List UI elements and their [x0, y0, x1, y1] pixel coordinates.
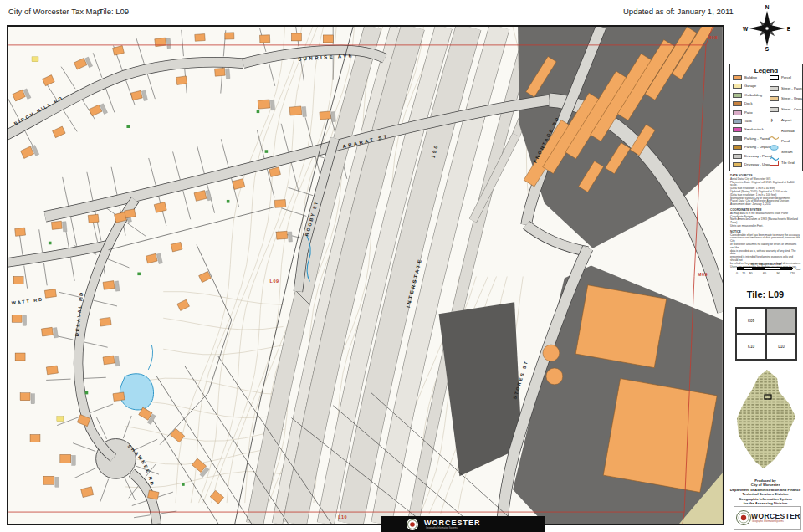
credits: Produced byCity of WorcesterDepartment o…	[728, 478, 803, 505]
worcester-seal-icon	[735, 509, 752, 527]
legend-item: ✈Airport	[770, 118, 803, 125]
tile-index-grid: K09 K10 L10	[735, 307, 797, 361]
tile-cell-k09[interactable]: K09	[736, 308, 766, 334]
legend-item: Smokestack	[733, 127, 768, 134]
scale-caption: 1 inch equals 60 feet	[737, 262, 792, 266]
tile-label-l10: L10	[338, 514, 347, 519]
scale-tick: 120	[790, 272, 795, 275]
tile-cell-k10[interactable]: K10	[736, 334, 766, 360]
svg-text:W: W	[743, 26, 749, 32]
pond	[120, 374, 153, 410]
legend-item: Tile Grid	[770, 161, 803, 167]
legend-item: Garage	[733, 84, 768, 90]
tile-cell-l10[interactable]: L10	[766, 334, 796, 360]
tile-indicator: Tile: L09	[99, 7, 129, 16]
worcester-gis-logo: WORCESTER Geographic Information Systems	[734, 506, 801, 530]
scale-unit: Feet	[795, 268, 800, 271]
legend-item: Parking - Unpaved	[733, 145, 768, 151]
scale-tick: 30	[749, 272, 753, 275]
svg-text:N: N	[765, 4, 770, 10]
notes-block: DATA SOURCESAerial Data: City of Worcest…	[730, 172, 801, 269]
legend-item: Railroad	[770, 129, 803, 136]
legend-item: Outbuilding	[733, 93, 768, 100]
logo-sub: Geographic Information Systems	[752, 520, 784, 523]
svg-text:S: S	[765, 46, 770, 52]
legend-item: Dock	[733, 101, 768, 108]
legend-item: Tank	[733, 119, 768, 125]
worcester-footer-name: WORCESTER	[424, 519, 481, 527]
tax-map: M08 M09 L09 L10 SUNRISE AVE ARARAT ST BI…	[8, 27, 723, 524]
legend-item: Street - Paved	[770, 86, 803, 93]
legend-item: Building	[733, 75, 768, 82]
scale-bar-graphic	[737, 267, 792, 270]
scale-tick: 15	[742, 272, 745, 275]
page-title: City of Worcester Tax Map	[8, 7, 101, 16]
worcester-footer-bar: WORCESTER Geographic Information Systems	[381, 516, 545, 532]
legend-item: Stream	[770, 150, 803, 156]
info-panel: N S E W Legend BuildingGarageOutbuilding…	[728, 0, 803, 532]
worcester-seal-icon	[404, 517, 421, 532]
legend-item: Driveway - Paved	[733, 154, 768, 161]
legend-item: Patio	[733, 110, 768, 117]
updated-date: Updated as of: January 1, 2011	[623, 7, 734, 16]
tile-index-heading: Tile: L09	[728, 289, 803, 299]
svg-text:E: E	[787, 26, 791, 32]
logo-name: WORCESTER	[751, 512, 800, 520]
tile-label-l09: L09	[270, 279, 279, 284]
scale-bar: 1 inch equals 60 feet Feet 015306090120	[733, 262, 800, 270]
legend-item: Street - Ceased	[770, 107, 803, 114]
scale-tick: 90	[777, 272, 780, 275]
legend-title: Legend	[730, 67, 802, 74]
legend-item: Driveway - Unpaved	[733, 162, 768, 169]
legend-item: Parking - Paved	[733, 136, 768, 143]
legend-item: Street - Unpaved	[770, 96, 803, 103]
worcester-footer-sub: Geographic Information Systems	[426, 527, 458, 529]
scale-tick: 60	[763, 272, 766, 275]
legend-item: Parcel	[770, 75, 803, 82]
credits-line: for the Assessing Division	[728, 501, 803, 505]
tile-label-m09: M09	[698, 272, 708, 277]
city-tile-index-map	[730, 366, 800, 473]
scale-tick: 0	[736, 272, 738, 275]
tile-label-m08: M08	[708, 35, 718, 40]
map-canvas[interactable]: M08 M09 L09 L10 SUNRISE AVE ARARAT ST BI…	[7, 25, 724, 525]
legend: Legend BuildingGarageOutbuildingDockPati…	[729, 64, 803, 171]
compass-rose-icon: N S E W	[742, 3, 792, 52]
notes-line: Units are measured in Feet.	[730, 225, 801, 228]
tile-cell-current[interactable]	[766, 308, 796, 334]
notes-line: Assessment date: January 1, 2011	[730, 203, 801, 207]
legend-item: Pond	[770, 139, 803, 146]
